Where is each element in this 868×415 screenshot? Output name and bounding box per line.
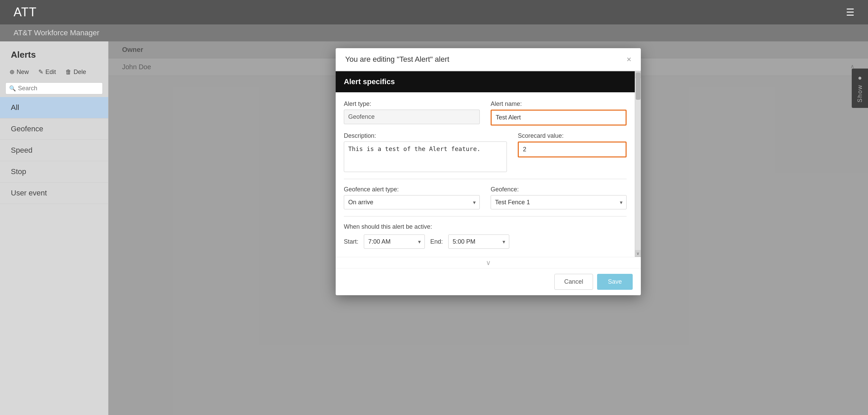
cancel-button[interactable]: Cancel xyxy=(554,274,593,290)
time-row: Start: 7:00 AM 8:00 AM 9:00 AM xyxy=(344,234,627,249)
section-header: Alert specifics xyxy=(336,71,635,92)
new-button[interactable]: ⊕ New xyxy=(5,65,33,78)
scorecard-label: Scorecard value: xyxy=(518,132,627,139)
app-background: ATT ☰ AT&T Workforce Manager Alerts ⊕ Ne… xyxy=(0,0,868,415)
sidebar-toolbar: ⊕ New ✎ Edit 🗑 Dele xyxy=(0,65,108,82)
top-header: ATT ☰ xyxy=(0,0,868,24)
sidebar-item-speed[interactable]: Speed xyxy=(0,140,108,161)
search-icon: 🔍 xyxy=(9,85,16,92)
start-time-select-wrapper: 7:00 AM 8:00 AM 9:00 AM xyxy=(364,234,425,249)
edit-icon: ✎ xyxy=(38,68,43,76)
sidebar-item-all[interactable]: All xyxy=(0,97,108,118)
alert-name-input[interactable] xyxy=(491,110,627,126)
scrollbar-thumb[interactable] xyxy=(636,73,640,100)
modal-title: You are editing "Test Alert" alert xyxy=(345,55,449,64)
sub-header-text: AT&T Workforce Manager xyxy=(14,29,99,37)
geofence-select[interactable]: Test Fence 1 xyxy=(491,195,627,209)
start-time-select[interactable]: 7:00 AM 8:00 AM 9:00 AM xyxy=(364,234,425,249)
app-title: ATT xyxy=(14,5,37,19)
sidebar-search-wrapper: 🔍 xyxy=(5,82,103,94)
description-label: Description: xyxy=(344,132,507,139)
edit-button[interactable]: ✎ Edit xyxy=(34,65,60,78)
modal-body: Alert specifics Alert type: xyxy=(336,71,641,257)
modal-scroll-down-indicator: ∨ xyxy=(336,257,641,268)
divider-2 xyxy=(344,216,627,216)
trash-icon: 🗑 xyxy=(65,69,72,76)
divider-1 xyxy=(344,179,627,179)
sidebar: Alerts ⊕ New ✎ Edit 🗑 Dele 🔍 xyxy=(0,41,108,415)
alert-type-label: Alert type: xyxy=(344,100,480,108)
modal-footer: Cancel Save xyxy=(336,268,641,295)
alert-name-label: Alert name: xyxy=(491,100,627,108)
scorecard-group: Scorecard value: xyxy=(518,132,627,157)
sidebar-section-title: Alerts xyxy=(0,41,108,65)
description-input[interactable]: This is a test of the Alert feature. xyxy=(344,142,507,172)
modal-close-button[interactable]: × xyxy=(627,55,631,63)
geofence-select-wrapper: Test Fence 1 xyxy=(491,195,627,209)
description-group: Description: This is a test of the Alert… xyxy=(344,132,507,172)
modal-content: Alert specifics Alert type: xyxy=(336,71,635,257)
when-active-group: When should this alert be active: Start:… xyxy=(344,223,627,249)
modal-scrollbar[interactable]: ∧ ∨ xyxy=(635,71,641,257)
section-body: Alert type: Alert name: xyxy=(336,92,635,257)
sidebar-item-geofence[interactable]: Geofence xyxy=(0,118,108,140)
start-label: Start: xyxy=(344,238,358,245)
hamburger-icon[interactable]: ☰ xyxy=(846,7,854,18)
sidebar-item-user-event[interactable]: User event xyxy=(0,183,108,204)
geofence-row: Geofence alert type: On arrive On depart… xyxy=(344,186,627,209)
scorecard-input[interactable] xyxy=(518,142,627,157)
alert-type-group: Alert type: xyxy=(344,100,480,124)
modal-header: You are editing "Test Alert" alert × xyxy=(336,48,641,71)
delete-button[interactable]: 🗑 Dele xyxy=(61,66,90,78)
main-area: Alerts ⊕ New ✎ Edit 🗑 Dele 🔍 xyxy=(0,41,868,415)
geofence-alert-type-group: Geofence alert type: On arrive On depart… xyxy=(344,186,480,209)
geofence-alert-type-select[interactable]: On arrive On depart On enter On exit xyxy=(344,195,480,209)
geofence-alert-type-label: Geofence alert type: xyxy=(344,186,480,193)
geofence-select-group: Geofence: Test Fence 1 xyxy=(491,186,627,209)
modal-overlay: You are editing "Test Alert" alert × Ale… xyxy=(108,41,868,415)
when-active-label: When should this alert be active: xyxy=(344,223,627,230)
geofence-label: Geofence: xyxy=(491,186,627,193)
end-time-select[interactable]: 5:00 PM 6:00 PM 7:00 PM xyxy=(448,234,509,249)
alert-type-input[interactable] xyxy=(344,110,480,124)
save-button[interactable]: Save xyxy=(597,274,633,290)
content-area: Owner John Doe ∧ ● Show You are editing … xyxy=(108,41,868,415)
alert-name-group: Alert name: xyxy=(491,100,627,126)
form-row-type-name: Alert type: Alert name: xyxy=(344,100,627,126)
plus-circle-icon: ⊕ xyxy=(9,68,15,76)
geofence-alert-type-select-wrapper: On arrive On depart On enter On exit xyxy=(344,195,480,209)
scroll-down-arrow[interactable]: ∨ xyxy=(635,250,641,257)
form-row-desc-scorecard: Description: This is a test of the Alert… xyxy=(344,132,627,172)
end-time-select-wrapper: 5:00 PM 6:00 PM 7:00 PM xyxy=(448,234,509,249)
sidebar-item-stop[interactable]: Stop xyxy=(0,161,108,183)
end-label: End: xyxy=(430,238,443,245)
sub-header: AT&T Workforce Manager xyxy=(0,24,868,41)
modal-dialog: You are editing "Test Alert" alert × Ale… xyxy=(336,48,641,295)
search-input[interactable] xyxy=(18,85,99,92)
